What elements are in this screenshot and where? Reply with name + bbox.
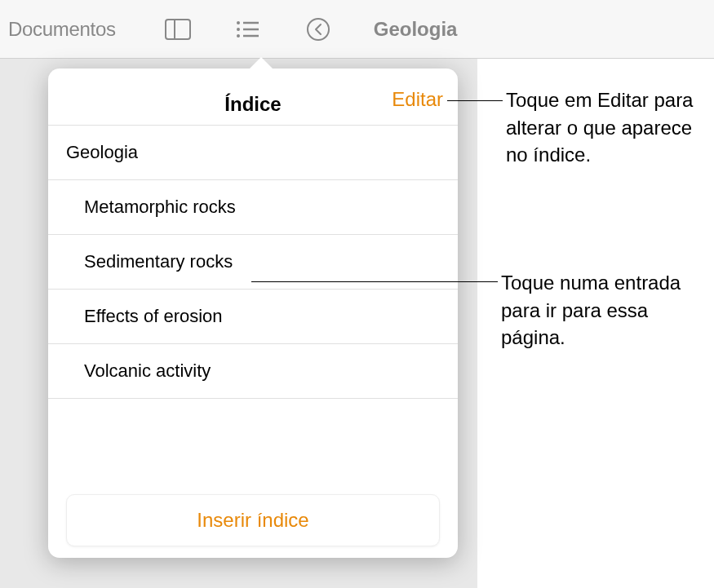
svg-point-4 xyxy=(237,28,240,31)
back-button[interactable]: Documentos xyxy=(7,18,116,41)
toc-list: Geologia Metamorphic rocks Sedimentary r… xyxy=(48,126,458,399)
undo-icon[interactable] xyxy=(304,15,333,44)
toolbar-icons xyxy=(163,15,333,44)
document-title: Geologia xyxy=(374,18,458,41)
sidebar-icon[interactable] xyxy=(163,15,193,44)
toc-item[interactable]: Metamorphic rocks xyxy=(48,180,458,235)
popover-title: Índice xyxy=(224,93,281,116)
callout-entry: Toque numa entrada para ir para essa pág… xyxy=(501,269,705,351)
insert-toc-button[interactable]: Inserir índice xyxy=(66,494,440,546)
toc-item[interactable]: Volcanic activity xyxy=(48,344,458,399)
popover-header: Índice Editar xyxy=(48,83,458,126)
callout-line xyxy=(251,281,498,282)
edit-button[interactable]: Editar xyxy=(392,88,443,111)
toolbar: Documentos Geologia xyxy=(0,0,714,59)
toc-item[interactable]: Geologia xyxy=(48,126,458,180)
list-icon[interactable] xyxy=(233,15,263,44)
toc-popover: Índice Editar Geologia Metamorphic rocks… xyxy=(48,69,458,558)
toc-item[interactable]: Effects of erosion xyxy=(48,290,458,344)
svg-point-6 xyxy=(237,34,240,38)
svg-point-2 xyxy=(237,21,240,24)
popover-arrow xyxy=(248,57,274,70)
svg-rect-0 xyxy=(166,20,190,39)
callout-line xyxy=(447,100,503,101)
svg-point-8 xyxy=(308,19,329,40)
callout-edit: Toque em Editar para alterar o que apare… xyxy=(506,86,710,169)
